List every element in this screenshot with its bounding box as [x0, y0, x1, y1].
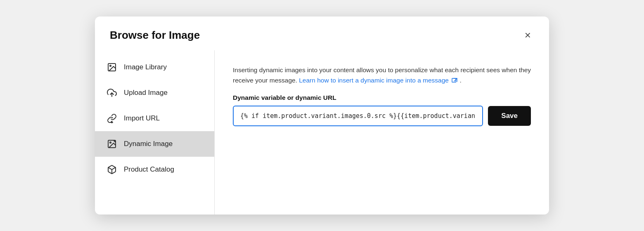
- sidebar-item-import-url[interactable]: Import URL: [95, 106, 214, 131]
- external-link-icon: [451, 78, 458, 84]
- main-content: Inserting dynamic images into your conte…: [215, 50, 549, 214]
- browse-for-image-modal: Browse for Image × Image Library: [95, 16, 549, 214]
- dynamic-image-icon: [107, 139, 117, 149]
- modal-body: Image Library Upload Image: [95, 50, 549, 214]
- svg-point-1: [110, 65, 111, 66]
- input-row: Save: [233, 106, 531, 126]
- sidebar: Image Library Upload Image: [95, 50, 215, 214]
- svg-point-7: [110, 142, 111, 143]
- product-catalog-icon: [107, 164, 117, 175]
- import-url-icon: [107, 113, 117, 124]
- sidebar-item-image-library-label: Image Library: [124, 63, 167, 71]
- close-button[interactable]: ×: [521, 28, 534, 42]
- image-library-icon: [107, 62, 117, 73]
- sidebar-item-product-catalog-label: Product Catalog: [124, 165, 174, 174]
- modal-title: Browse for Image: [110, 29, 200, 42]
- description: Inserting dynamic images into your conte…: [233, 65, 531, 86]
- sidebar-item-dynamic-image-label: Dynamic Image: [124, 140, 173, 148]
- modal-header: Browse for Image ×: [95, 16, 549, 50]
- sidebar-item-dynamic-image[interactable]: Dynamic Image: [95, 131, 214, 157]
- save-button[interactable]: Save: [488, 106, 531, 126]
- svg-line-5: [112, 122, 113, 123]
- sidebar-item-import-url-label: Import URL: [124, 114, 160, 123]
- sidebar-item-upload-image-label: Upload Image: [124, 89, 168, 97]
- learn-more-link[interactable]: Learn how to insert a dynamic image into…: [299, 77, 459, 84]
- upload-image-icon: [107, 87, 117, 98]
- sidebar-item-upload-image[interactable]: Upload Image: [95, 80, 214, 106]
- field-section: Dynamic variable or dynamic URL Save: [233, 94, 531, 126]
- sidebar-item-image-library[interactable]: Image Library: [95, 54, 214, 80]
- sidebar-item-product-catalog[interactable]: Product Catalog: [95, 157, 214, 182]
- dynamic-url-input[interactable]: [233, 106, 483, 126]
- field-label: Dynamic variable or dynamic URL: [233, 94, 531, 101]
